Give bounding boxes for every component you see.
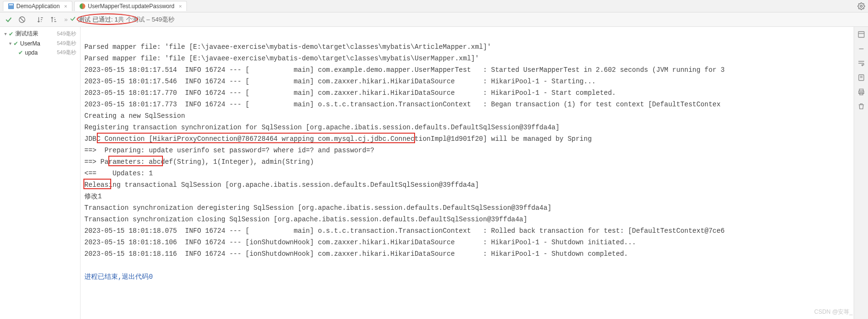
check-icon xyxy=(69,15,76,23)
minus-icon[interactable] xyxy=(857,45,865,53)
chevrons-icon: » xyxy=(64,16,67,23)
check-icon: ✔ xyxy=(9,31,13,37)
svg-point-0 xyxy=(860,5,862,7)
tab-label: UserMapperTest.updatePassword xyxy=(88,3,174,10)
show-passed-button[interactable] xyxy=(3,14,14,25)
tree-node-time: 549毫秒 xyxy=(57,40,78,47)
log-line: Transaction synchronization closing SqlS… xyxy=(84,216,527,223)
log-line: Releasing transactional SqlSession [org.… xyxy=(84,181,479,189)
log-line: 修改1 xyxy=(84,193,102,200)
layout-icon[interactable] xyxy=(857,31,865,38)
log-line-exit: 进程已结束,退出代码0 xyxy=(84,273,153,281)
log-line: JDBC Connection [HikariProxyConnection@7… xyxy=(84,135,592,143)
gear-icon[interactable] xyxy=(857,2,865,10)
chevron-down-icon[interactable]: ▾ xyxy=(2,31,9,36)
tree-node-label: upda xyxy=(25,49,38,56)
log-line: 2023-05-15 18:01:17.773 INFO 16724 --- [… xyxy=(84,101,720,108)
log-line: 2023-05-15 18:01:18.075 INFO 16724 --- [… xyxy=(84,227,725,235)
log-line: Registering transaction synchronization … xyxy=(84,124,559,131)
chevron-down-icon[interactable]: ▾ xyxy=(7,41,13,46)
sort-up-button[interactable] xyxy=(48,14,59,25)
test-icon xyxy=(80,3,85,9)
svg-rect-3 xyxy=(858,32,864,37)
close-icon[interactable]: × xyxy=(179,3,182,9)
wrap-icon[interactable] xyxy=(857,59,865,67)
log-line: Parsed mapper file: 'file [E:\javaee-exe… xyxy=(84,55,479,62)
sort-down-button[interactable] xyxy=(35,14,46,25)
log-line: 2023-05-15 18:01:18.106 INFO 16724 --- [… xyxy=(84,239,636,246)
database-icon xyxy=(8,3,14,9)
log-line: ==> Preparing: update userinfo set passw… xyxy=(84,147,374,154)
trash-icon[interactable] xyxy=(857,103,865,110)
log-line: Creating a new SqlSession xyxy=(84,112,185,120)
print-icon[interactable] xyxy=(857,88,865,96)
tab-label: DemoApplication xyxy=(16,3,60,10)
tree-node-label: UserMa xyxy=(20,40,40,47)
tree-node-time: 549毫秒 xyxy=(57,49,78,56)
test-tree: ▾ ✔ 测试结果 549毫秒 ▾ ✔ UserMa 549毫秒 ✔ upda 5… xyxy=(0,27,81,319)
tree-node-time: 549毫秒 xyxy=(57,30,78,37)
svg-line-2 xyxy=(20,18,24,22)
show-ignored-button[interactable] xyxy=(16,14,28,25)
log-line: Transaction synchronization deregisterin… xyxy=(84,204,552,212)
test-status-text: 测试 已通过: 1共 个测试 – 549毫秒 xyxy=(78,15,174,24)
log-line: 2023-05-15 18:01:17.770 INFO 16724 --- [… xyxy=(84,89,616,97)
right-gutter xyxy=(854,27,868,319)
log-line: 2023-05-15 18:01:17.546 INFO 16724 --- [… xyxy=(84,78,596,85)
console-panel: Parsed mapper file: 'file [E:\javaee-exe… xyxy=(81,27,868,319)
tree-node-update[interactable]: ✔ upda 549毫秒 xyxy=(0,48,80,57)
tree-node-label: 测试结果 xyxy=(15,30,38,38)
console-output[interactable]: Parsed mapper file: 'file [E:\javaee-exe… xyxy=(81,27,868,319)
test-toolbar: » 测试 已通过: 1共 个测试 – 549毫秒 xyxy=(0,12,868,27)
log-line: 2023-05-15 18:01:17.514 INFO 16724 --- [… xyxy=(84,66,725,74)
log-line: Parsed mapper file: 'file [E:\javaee-exe… xyxy=(84,43,491,51)
log-line: <== Updates: 1 xyxy=(84,170,153,177)
tree-node-usermapper[interactable]: ▾ ✔ UserMa 549毫秒 xyxy=(0,39,80,48)
tree-root[interactable]: ▾ ✔ 测试结果 549毫秒 xyxy=(0,29,80,39)
log-line: ==> Parameters: abcdef(String), 1(Intege… xyxy=(84,158,314,166)
tab-demo-application[interactable]: DemoApplication × xyxy=(3,1,72,11)
check-icon: ✔ xyxy=(13,40,18,47)
close-icon[interactable]: × xyxy=(64,3,67,9)
scroll-icon[interactable] xyxy=(857,74,865,81)
check-icon: ✔ xyxy=(18,49,23,56)
tab-usermappertest[interactable]: UserMapperTest.updatePassword × xyxy=(74,1,187,11)
editor-tabbar: DemoApplication × UserMapperTest.updateP… xyxy=(0,0,868,12)
watermark: CSDN @安荨_ xyxy=(814,308,853,316)
log-line: 2023-05-15 18:01:18.116 INFO 16724 --- [… xyxy=(84,250,628,258)
